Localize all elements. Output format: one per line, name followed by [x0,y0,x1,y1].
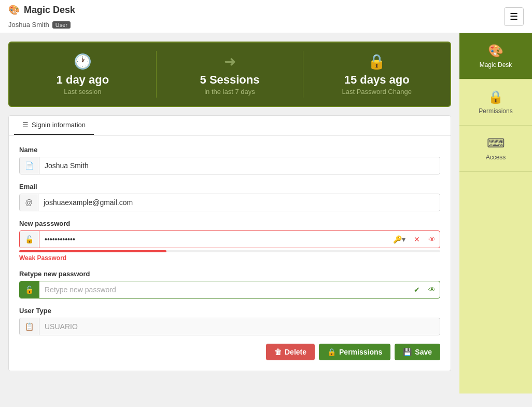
name-label: Name [19,146,440,154]
sessions-label: in the last 7 days [204,88,255,96]
sidebar: 🎨 Magic Desk 🔒 Permissions ⌨ Access [459,33,532,394]
password-input-wrapper: 🔓 🔑▾ ✕ 👁 [19,230,440,248]
password-change-value: 15 days ago [344,73,410,87]
stat-sessions: ➜ 5 Sessions in the last 7 days [157,43,303,106]
password-generate-button[interactable]: 🔑▾ [389,232,410,247]
unlock-icon: 🔓 [20,231,39,248]
retype-input-wrapper: 🔓 ✔ 👁 [19,281,440,299]
arrow-icon: ➜ [224,53,236,70]
password-actions: 🔑▾ ✕ 👁 [389,231,440,248]
form-body: Name 📄 Email @ New passsword [9,135,451,371]
last-session-label: Last session [64,88,101,96]
stat-last-session: 🕐 1 day ago Last session [9,43,156,106]
email-input-wrapper: @ [19,194,440,211]
content-area: 🕐 1 day ago Last session ➜ 5 Sessions in… [0,33,459,394]
usertype-input [39,318,440,335]
header-user: Joshua Smith User [8,21,71,29]
email-input[interactable] [38,194,440,211]
password-clear-button[interactable]: ✕ [410,232,424,247]
password-change-label: Last Password Change [342,88,411,96]
keyboard-icon: ⌨ [487,136,505,151]
sidebar-label-permissions: Permissions [479,107,512,115]
sidebar-item-access[interactable]: ⌨ Access [459,126,532,172]
retype-group: Retype new password 🔓 ✔ 👁 [19,270,440,299]
at-icon: @ [20,194,38,211]
save-label: Save [415,348,432,356]
strength-fill [19,250,166,252]
menu-icon: ☰ [510,11,518,22]
permissions-icon: 🔒 [327,348,336,356]
retype-toggle-button[interactable]: 👁 [424,282,440,297]
retype-label: Retype new password [19,270,440,278]
name-input-wrapper: 📄 [19,157,440,174]
usertype-input-wrapper: 📋 [19,318,440,335]
permissions-button[interactable]: 🔒 Permissions [319,344,390,360]
password-toggle-button[interactable]: 👁 [424,232,440,247]
lock-icon: 🔒 [368,53,386,70]
weak-password-label: Weak Password [19,254,440,262]
stats-banner: 🕐 1 day ago Last session ➜ 5 Sessions in… [8,42,451,107]
last-session-value: 1 day ago [57,73,109,87]
user-badge: User [52,21,71,29]
sessions-value: 5 Sessions [200,73,260,87]
password-label: New passsword [19,220,440,227]
form-actions: 🗑 Delete 🔒 Permissions 💾 Save [19,344,440,360]
usertype-label: User Type [19,307,440,315]
signin-tab[interactable]: ☰ Signin information [14,116,94,135]
header: 🎨 Magic Desk Joshua Smith User ☰ [0,0,532,33]
password-input[interactable] [39,231,389,248]
save-button[interactable]: 💾 Save [395,344,440,360]
permissions-label: Permissions [339,348,382,356]
sidebar-item-magic-desk[interactable]: 🎨 Magic Desk [459,33,532,79]
tab-icon: ☰ [22,121,29,129]
palette-icon: 🎨 [488,44,503,58]
form-tabs: ☰ Signin information [9,116,451,135]
retype-lock-icon: 🔓 [20,281,39,298]
name-group: Name 📄 [19,146,440,174]
delete-icon: 🗑 [274,348,282,356]
logo-icon: 🎨 [8,4,20,16]
usertype-icon: 📋 [20,318,39,335]
stat-password: 🔒 15 days ago Last Password Change [303,43,450,106]
retype-check-button[interactable]: ✔ [410,282,424,297]
sidebar-item-permissions[interactable]: 🔒 Permissions [459,79,532,126]
email-group: Email @ [19,183,440,211]
strength-bar [19,250,440,252]
tab-label: Signin information [32,121,86,129]
header-logo: 🎨 Magic Desk [8,4,75,16]
save-icon: 💾 [403,348,412,356]
retype-actions: ✔ 👁 [410,281,440,298]
sidebar-label-magic-desk: Magic Desk [480,61,512,69]
delete-button[interactable]: 🗑 Delete [266,344,315,360]
app-title: Magic Desk [24,5,75,16]
menu-button[interactable]: ☰ [504,7,524,26]
clock-icon: 🕐 [74,53,92,70]
sidebar-label-access: Access [486,154,506,161]
username-label: Joshua Smith [8,21,49,29]
usertype-group: User Type 📋 [19,307,440,335]
retype-input[interactable] [39,281,410,298]
main-layout: 🕐 1 day ago Last session ➜ 5 Sessions in… [0,33,532,394]
permissions-lock-icon: 🔒 [488,90,503,104]
email-label: Email [19,183,440,191]
form-card: ☰ Signin information Name 📄 Email [8,115,451,371]
name-input[interactable] [39,157,440,174]
password-group: New passsword 🔓 🔑▾ ✕ 👁 Weak Password [19,220,440,262]
delete-label: Delete [285,348,306,356]
header-left: 🎨 Magic Desk Joshua Smith User [8,4,75,29]
name-icon: 📄 [20,157,39,174]
